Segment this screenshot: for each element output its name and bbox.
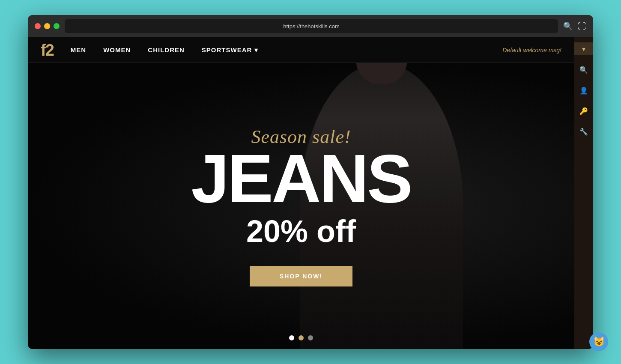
carousel-dots xyxy=(289,335,313,340)
site-logo: f2 xyxy=(41,42,54,58)
traffic-light-maximize[interactable] xyxy=(54,23,60,29)
hero-cta-button[interactable]: SHOP NOW! xyxy=(250,266,352,286)
nav-children[interactable]: CHILDREN xyxy=(148,46,185,54)
traffic-light-minimize[interactable] xyxy=(44,23,50,29)
dropdown-chevron-icon: ▾ xyxy=(254,46,258,54)
hero-main-title: JEANS xyxy=(54,148,549,209)
sidebar-settings-icon[interactable]: 🔧 xyxy=(578,125,590,137)
url-text: https://thehotskills.com xyxy=(283,23,340,30)
search-icon[interactable]: 🔍 xyxy=(563,21,573,31)
logo-2: 2 xyxy=(45,41,54,59)
traffic-lights xyxy=(35,23,60,29)
browser-window: https://thehotskills.com 🔍 ⛶ f2 MEN WOME… xyxy=(28,15,593,349)
site-nav: f2 MEN WOMEN CHILDREN SPORTSWEAR ▾ Defau… xyxy=(28,37,574,63)
browser-actions: 🔍 ⛶ xyxy=(563,21,586,31)
logo-f: f xyxy=(41,41,45,59)
nav-women[interactable]: WOMEN xyxy=(103,46,131,54)
hero-banner: Season sale! JEANS 20% off SHOP NOW! xyxy=(28,63,574,349)
carousel-dot-1[interactable] xyxy=(289,335,294,340)
fullscreen-icon[interactable]: ⛶ xyxy=(578,21,586,31)
address-bar[interactable]: https://thehotskills.com xyxy=(65,19,558,33)
nav-links: MEN WOMEN CHILDREN SPORTSWEAR ▾ Default … xyxy=(71,46,561,54)
sidebar-user-icon[interactable]: 👤 xyxy=(578,84,590,96)
carousel-dot-2[interactable] xyxy=(299,335,304,340)
chat-icon: 😺 xyxy=(593,336,605,347)
website: f2 MEN WOMEN CHILDREN SPORTSWEAR ▾ Defau… xyxy=(28,37,574,349)
hero-discount-text: 20% off xyxy=(54,214,549,249)
hero-content: Season sale! JEANS 20% off SHOP NOW! xyxy=(28,126,574,286)
browser-content: f2 MEN WOMEN CHILDREN SPORTSWEAR ▾ Defau… xyxy=(28,37,593,349)
browser-chrome: https://thehotskills.com 🔍 ⛶ xyxy=(28,15,593,37)
nav-men[interactable]: MEN xyxy=(71,46,86,54)
chevron-down-icon: ▾ xyxy=(582,45,585,53)
sidebar-key-icon[interactable]: 🔑 xyxy=(578,105,590,117)
nav-sportswear[interactable]: SPORTSWEAR ▾ xyxy=(202,46,259,54)
traffic-light-close[interactable] xyxy=(35,23,41,29)
sidebar-search-icon[interactable]: 🔍 xyxy=(578,64,590,76)
welcome-message: Default welcome msg! xyxy=(502,47,561,54)
carousel-dot-3[interactable] xyxy=(308,335,313,340)
right-sidebar: ▾ 🔍 👤 🔑 🔧 xyxy=(574,37,593,349)
person-head xyxy=(356,63,407,84)
sidebar-collapse-button[interactable]: ▾ xyxy=(574,42,593,55)
chat-widget[interactable]: 😺 xyxy=(589,332,608,351)
